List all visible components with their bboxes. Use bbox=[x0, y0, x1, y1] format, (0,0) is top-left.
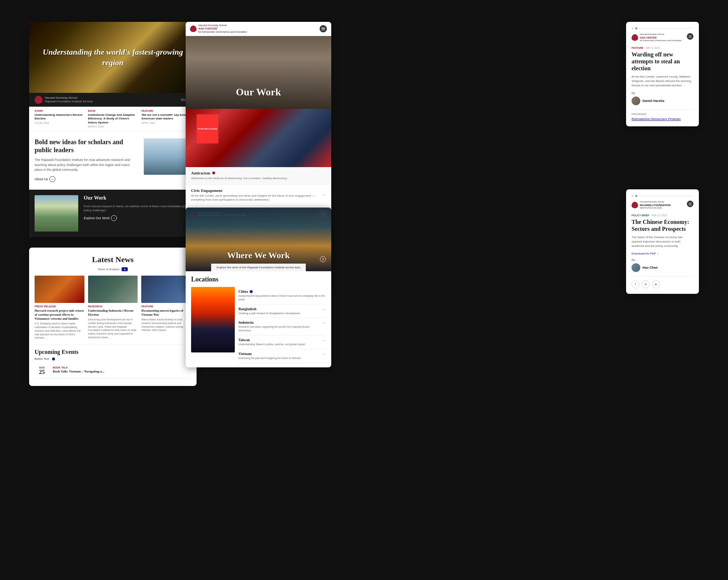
reimagining-democracy-link[interactable]: Reimagining Democracy Program bbox=[632, 117, 693, 121]
news-card-img-2 bbox=[88, 276, 138, 303]
facebook-icon[interactable]: f bbox=[632, 280, 640, 288]
location-indonesia[interactable]: Indonesia Research and ideas supporting … bbox=[238, 318, 326, 335]
ash-menu-icon[interactable] bbox=[320, 25, 327, 32]
latest-news-panel: Latest News News & Analysis ● PRESS RELE… bbox=[29, 248, 197, 386]
nav-dots bbox=[632, 27, 693, 29]
right-menu-icon[interactable] bbox=[687, 33, 693, 40]
video-controls: ⏸ bbox=[320, 256, 326, 262]
policy-brief-desc: The future of the Chinese economy has sp… bbox=[632, 235, 693, 248]
bold-ideas-section: Bold new ideas for scholars and public l… bbox=[29, 131, 197, 190]
dot-4 bbox=[635, 195, 637, 197]
divider bbox=[632, 110, 693, 110]
news-strip-item-2[interactable]: BOOK Institutional Change and Adaptive E… bbox=[88, 110, 138, 128]
indonesia-arrow: → bbox=[321, 320, 326, 326]
taiwan-arrow: → bbox=[321, 338, 326, 343]
news-tags: News & Analysis ● bbox=[35, 267, 191, 271]
logo-area: Harvard Kennedy School Rajawali Foundati… bbox=[35, 96, 93, 104]
work-item-civic[interactable]: Civic Engagement At the Ash Center, we'r… bbox=[186, 185, 331, 206]
ash-logo: Harvard Kennedy School ASH CENTER for De… bbox=[190, 24, 247, 33]
policy-brief-title: The Chinese Economy: Sectors and Prospec… bbox=[632, 218, 693, 232]
work-item-antiracism[interactable]: Antiracism Antiracism is the bedrock of … bbox=[186, 167, 331, 184]
ash-our-work-hero: Our Work bbox=[186, 36, 331, 109]
bold-ideas-text: Bold new ideas for scholars and public l… bbox=[35, 138, 138, 182]
right-panel-header-2: Harvard Kennedy School RAJAWALI FOUNDATI… bbox=[632, 201, 693, 210]
upcoming-events-section: Upcoming Events Button Text AUG 25 BOOK … bbox=[35, 344, 191, 379]
arch-background bbox=[186, 36, 331, 109]
explore-our-work-link[interactable]: Explore Our Work → bbox=[84, 215, 191, 221]
civic-arrow: → bbox=[321, 192, 326, 198]
location-image bbox=[191, 287, 235, 352]
logo-text: Harvard Kennedy School Rajawali Foundati… bbox=[45, 96, 93, 103]
event-date: AUG 25 bbox=[35, 366, 49, 375]
location-taiwan[interactable]: Taiwan Understanding Taiwan's politics, … bbox=[238, 335, 326, 349]
linkedin-icon[interactable]: in bbox=[652, 280, 660, 288]
latest-news-header: Latest News News & Analysis ● bbox=[35, 255, 191, 271]
feature-article-title: Warding off new attempts to steal an ele… bbox=[632, 51, 693, 72]
explore-arrow: → bbox=[111, 215, 117, 221]
explore-banner: Explore the work of the Rajawali Foundat… bbox=[211, 264, 306, 271]
top-nav: Harvard Kennedy School Rajawali Foundati… bbox=[29, 93, 197, 107]
twitter-x-icon[interactable]: ✕ bbox=[642, 280, 650, 288]
policy-brief-label: POLICY BRIEF FEB 13, 2024 bbox=[632, 214, 693, 217]
right-logo-text-2: Harvard Kennedy School RAJAWALI FOUNDATI… bbox=[640, 201, 670, 210]
news-card-2[interactable]: RESEARCH Understanding Indonesia's Recen… bbox=[88, 276, 138, 340]
news-card-3[interactable]: FEATURE Documenting unseen legacies of V… bbox=[141, 276, 191, 340]
news-card-1[interactable]: PRESS RELEASE Harvard research project a… bbox=[35, 276, 84, 340]
right-panel-header: Harvard Kennedy School ASH CENTER for De… bbox=[632, 33, 693, 42]
city-image bbox=[144, 138, 191, 175]
main-canvas: Understanding the world's fastest-growin… bbox=[0, 0, 728, 580]
dot-1 bbox=[632, 27, 634, 29]
protest-image: STOP RACIS NOW bbox=[186, 109, 331, 167]
progress-line bbox=[639, 28, 693, 29]
nav-dots-2 bbox=[632, 195, 693, 197]
social-icons-row: f ✕ in bbox=[632, 280, 693, 288]
vietnam-arrow: → bbox=[321, 352, 326, 357]
news-strip: STORY Understanding Indonesia's Recent E… bbox=[29, 107, 197, 131]
hero-title: Understanding the world's fastest-growin… bbox=[29, 47, 197, 68]
progress-line-2 bbox=[639, 196, 693, 196]
hks-rajawali-panel: Understanding the world's fastest-growin… bbox=[29, 22, 197, 237]
feature-label: FEATURE MAY 2, 2024 bbox=[632, 47, 693, 49]
locations-section: Locations China Answering the big questi… bbox=[186, 271, 331, 367]
news-strip-item-3[interactable]: FEATURE 'We are not a monolith' say Asia… bbox=[141, 110, 191, 128]
hero-section: Understanding the world's fastest-growin… bbox=[29, 22, 197, 93]
dot-3 bbox=[632, 195, 634, 197]
right-logo-text: Harvard Kennedy School ASH CENTER for De… bbox=[640, 33, 681, 42]
pause-button[interactable]: ⏸ bbox=[320, 256, 326, 262]
btn-dot bbox=[52, 358, 55, 360]
news-card-img-3 bbox=[141, 276, 191, 303]
our-work-text: Our Work From Harvard Square to Hanoi, w… bbox=[84, 195, 191, 232]
our-work-section: Our Work From Harvard Square to Hanoi, w… bbox=[29, 190, 197, 237]
location-bangladesh[interactable]: Bangladesh Charting a path forward for B… bbox=[238, 304, 326, 318]
news-cards-row: PRESS RELEASE Harvard research project a… bbox=[35, 276, 191, 340]
about-us-arrow: → bbox=[50, 176, 55, 182]
event-item-1[interactable]: AUG 25 BOOK TALK Book Talk: Vietnam – Na… bbox=[35, 363, 191, 379]
right-shield bbox=[632, 34, 638, 41]
download-icon: ↓ bbox=[657, 252, 658, 255]
where-we-work-hero: Harvard Kennedy School RAJAWALI FOUNDATI… bbox=[186, 208, 331, 271]
china-active-dot bbox=[250, 290, 253, 293]
author-avatar-2 bbox=[632, 263, 640, 272]
ash-nav: Harvard Kennedy School ASH CENTER for De… bbox=[186, 22, 331, 36]
right-panel-logo-2: Harvard Kennedy School RAJAWALI FOUNDATI… bbox=[632, 201, 670, 210]
dot-2 bbox=[635, 27, 637, 29]
location-list: China Answering the big questions about … bbox=[238, 287, 326, 363]
location-china[interactable]: China Answering the big questions about … bbox=[238, 287, 326, 304]
button-text[interactable]: Button Text bbox=[35, 357, 191, 360]
about-us-link[interactable]: About Us → bbox=[35, 176, 138, 182]
author-avatar bbox=[632, 96, 640, 105]
right-shield-2 bbox=[632, 202, 638, 208]
campus-image bbox=[35, 195, 78, 232]
news-strip-item-1[interactable]: STORY Understanding Indonesia's Recent E… bbox=[35, 110, 84, 128]
harvard-shield bbox=[35, 96, 43, 104]
location-vietnam[interactable]: Vietnam Examining the past and imagining… bbox=[238, 349, 326, 363]
feature-article-desc: At the Ash Center, Lawrence Lessig, Matt… bbox=[632, 75, 693, 88]
right-menu-icon-2[interactable] bbox=[687, 201, 693, 207]
download-pdf-link[interactable]: Download the PDF ↓ bbox=[632, 252, 693, 255]
news-card-img-1 bbox=[35, 276, 84, 303]
bangladesh-arrow: → bbox=[321, 307, 326, 312]
active-dot bbox=[212, 171, 215, 174]
author-row-2: Hao Chen bbox=[632, 263, 693, 272]
divider-2 bbox=[632, 276, 693, 277]
author-row: Daniel Harsha bbox=[632, 96, 693, 105]
